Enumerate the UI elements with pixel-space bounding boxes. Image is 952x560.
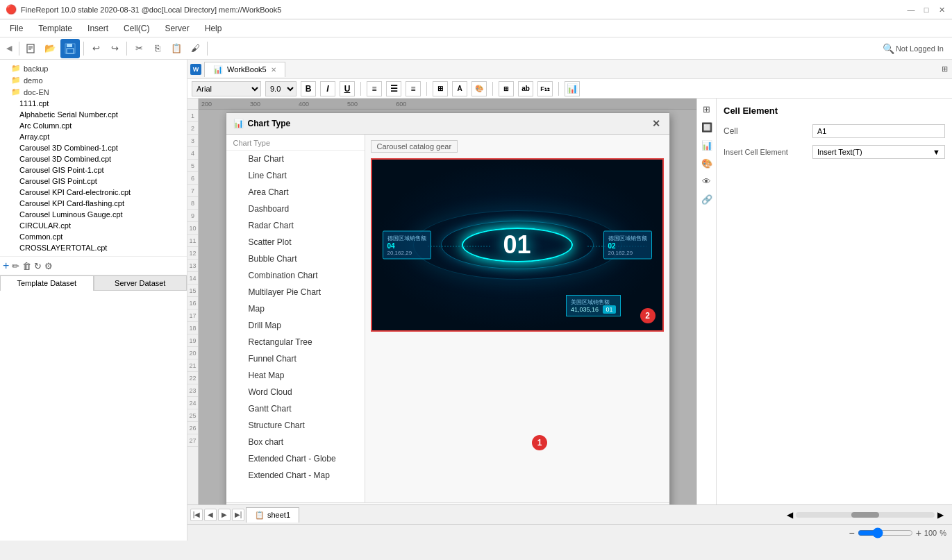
maximize-btn[interactable]: □ bbox=[921, 5, 931, 15]
add-template-btn[interactable]: + bbox=[3, 260, 9, 272]
template-dataset-tab[interactable]: Template Dataset bbox=[0, 275, 94, 291]
sidebar-collapse-btn[interactable]: ◀ bbox=[3, 40, 15, 57]
edit-btn[interactable]: ✏ bbox=[12, 261, 19, 271]
sidebar-item-backup[interactable]: 📁 backup bbox=[3, 62, 184, 74]
redo-btn[interactable]: ↪ bbox=[106, 40, 123, 57]
bold-btn[interactable]: B bbox=[301, 81, 316, 96]
chart-list-item[interactable]: Word Cloud bbox=[226, 384, 365, 400]
merge-btn[interactable]: ⊞ bbox=[499, 81, 514, 96]
workbook-icon[interactable]: W bbox=[190, 64, 201, 75]
sidebar-item-doc-en[interactable]: 📁 doc-EN bbox=[3, 86, 184, 98]
format-num-btn[interactable]: F₁₂ bbox=[537, 81, 553, 96]
color-btn[interactable]: A bbox=[452, 81, 467, 96]
chart-list-item[interactable]: Box chart bbox=[226, 434, 365, 450]
zoom-out-btn[interactable]: − bbox=[849, 527, 854, 538]
settings-btn[interactable]: ⚙ bbox=[44, 261, 53, 271]
tab-close-btn[interactable]: ✕ bbox=[271, 66, 276, 74]
scroll-bar[interactable] bbox=[796, 512, 935, 518]
list-item[interactable]: Carousel GIS Point-1.cpt bbox=[3, 164, 184, 176]
wrap-btn[interactable]: ab bbox=[518, 81, 533, 96]
zoom-slider[interactable] bbox=[858, 527, 913, 538]
chart-list-item[interactable]: Line Chart bbox=[226, 167, 365, 184]
style-btn[interactable]: 🎨 bbox=[699, 155, 715, 171]
scroll-right-btn[interactable]: ▶ bbox=[937, 510, 944, 520]
chart-list-item[interactable]: Heat Map bbox=[226, 367, 365, 384]
list-item[interactable]: Carousel GIS Point.cpt bbox=[3, 176, 184, 187]
chart-list-item[interactable]: Rectangular Tree bbox=[226, 334, 365, 350]
list-item[interactable]: Carousel 3D Combined.cpt bbox=[3, 153, 184, 164]
list-item[interactable]: Common.cpt bbox=[3, 231, 184, 242]
workbook-tab[interactable]: 📊 WorkBook5 ✕ bbox=[204, 62, 285, 77]
align-right-btn[interactable]: ≡ bbox=[406, 81, 421, 96]
chart-list-item[interactable]: Bar Chart bbox=[226, 151, 365, 167]
chart-list-item[interactable]: Structure Chart bbox=[226, 417, 365, 434]
menu-file[interactable]: File bbox=[3, 22, 30, 35]
tab-options-btn[interactable]: ⊞ bbox=[940, 63, 949, 75]
chart-btn[interactable]: 📊 bbox=[565, 81, 580, 96]
link-btn[interactable]: 🔗 bbox=[699, 192, 715, 207]
minimize-btn[interactable]: — bbox=[906, 5, 916, 15]
format-btn[interactable]: 🖌 bbox=[187, 40, 203, 57]
italic-btn[interactable]: I bbox=[320, 81, 335, 96]
align-center-btn[interactable]: ☰ bbox=[386, 81, 401, 96]
list-item[interactable]: Carousel KPI Card-flashing.cpt bbox=[3, 198, 184, 209]
save-btn[interactable] bbox=[60, 39, 80, 58]
paste-btn[interactable]: 📋 bbox=[168, 40, 185, 57]
list-item[interactable]: Arc Column.cpt bbox=[3, 120, 184, 131]
refresh-btn[interactable]: ↻ bbox=[34, 261, 42, 271]
chart-list-item[interactable]: Area Chart bbox=[226, 184, 365, 201]
sheet-nav-first[interactable]: |◀ bbox=[190, 509, 203, 521]
dialog-close-btn[interactable]: ✕ bbox=[650, 117, 662, 130]
sheet-tab-sheet1[interactable]: 📋 sheet1 bbox=[246, 507, 299, 523]
list-item[interactable]: Array.cpt bbox=[3, 131, 184, 142]
undo-btn[interactable]: ↩ bbox=[87, 40, 104, 57]
chart-list-item[interactable]: Dashboard bbox=[226, 201, 365, 217]
menu-server[interactable]: Server bbox=[158, 22, 196, 35]
menu-template[interactable]: Template bbox=[31, 22, 79, 35]
sheet-nav-next[interactable]: ▶ bbox=[218, 509, 231, 521]
chart-list-item[interactable]: Extended Chart - Globe bbox=[226, 450, 365, 467]
list-item[interactable]: Carousel 3D Combined-1.cpt bbox=[3, 142, 184, 153]
list-item[interactable]: Carousel Luminous Gauge.cpt bbox=[3, 209, 184, 220]
chart-list-item[interactable]: Extended Chart - Map bbox=[226, 467, 365, 484]
menu-help[interactable]: Help bbox=[198, 22, 229, 35]
sidebar-item-demo[interactable]: 📁 demo bbox=[3, 74, 184, 86]
chart-list-item[interactable]: Map bbox=[226, 300, 365, 317]
list-item[interactable]: Alphabetic Serial Number.cpt bbox=[3, 109, 184, 120]
chart-list-item[interactable]: Funnel Chart bbox=[226, 350, 365, 367]
list-item[interactable]: 1111.cpt bbox=[3, 98, 184, 109]
chart-list-item[interactable]: Scatter Plot bbox=[226, 234, 365, 251]
chart-list-item[interactable]: Multilayer Pie Chart bbox=[226, 284, 365, 300]
delete-btn[interactable]: 🗑 bbox=[22, 261, 31, 271]
menu-cell[interactable]: Cell(C) bbox=[117, 22, 156, 35]
chart-list-item[interactable]: Radar Chart bbox=[226, 217, 365, 234]
chart-list-item[interactable]: Drill Map bbox=[226, 317, 365, 334]
close-btn[interactable]: ✕ bbox=[937, 5, 946, 15]
copy-btn[interactable]: ⎘ bbox=[149, 40, 166, 57]
list-item[interactable]: Carousel KPI Card-electronic.cpt bbox=[3, 187, 184, 198]
insert-select[interactable]: Insert Text(T) ▼ bbox=[812, 145, 945, 159]
chart-list-item[interactable]: Gantt Chart bbox=[226, 400, 365, 417]
menu-insert[interactable]: Insert bbox=[81, 22, 115, 35]
chart-list-item[interactable]: Combination Chart bbox=[226, 267, 365, 284]
search-icon[interactable]: 🔍 bbox=[883, 43, 894, 54]
data-btn[interactable]: 📊 bbox=[699, 137, 715, 153]
view-btn[interactable]: 👁 bbox=[699, 173, 715, 189]
size-select[interactable]: 9.0 bbox=[265, 81, 297, 96]
list-item[interactable]: CROSSLAYERTOTAL.cpt bbox=[3, 242, 184, 253]
zoom-in-btn[interactable]: + bbox=[916, 527, 921, 538]
fill-btn[interactable]: 🎨 bbox=[471, 81, 487, 96]
server-dataset-tab[interactable]: Server Dataset bbox=[94, 275, 187, 291]
align-left-btn[interactable]: ≡ bbox=[367, 81, 382, 96]
open-btn[interactable]: 📂 bbox=[42, 40, 58, 57]
cut-btn[interactable]: ✂ bbox=[131, 40, 147, 57]
properties-btn[interactable]: ⊞ bbox=[699, 101, 715, 117]
widget-btn[interactable]: 🔲 bbox=[699, 119, 715, 135]
chart-list-scroll[interactable]: Bar ChartLine ChartArea ChartDashboardRa… bbox=[226, 151, 365, 484]
scroll-left-btn[interactable]: ◀ bbox=[787, 510, 793, 520]
new-btn[interactable] bbox=[23, 40, 40, 57]
sheet-nav-prev[interactable]: ◀ bbox=[204, 509, 217, 521]
chart-list-item[interactable]: Bubble Chart bbox=[226, 251, 365, 267]
font-select[interactable]: Arial bbox=[192, 81, 261, 96]
sheet-nav-last[interactable]: ▶| bbox=[232, 509, 244, 521]
